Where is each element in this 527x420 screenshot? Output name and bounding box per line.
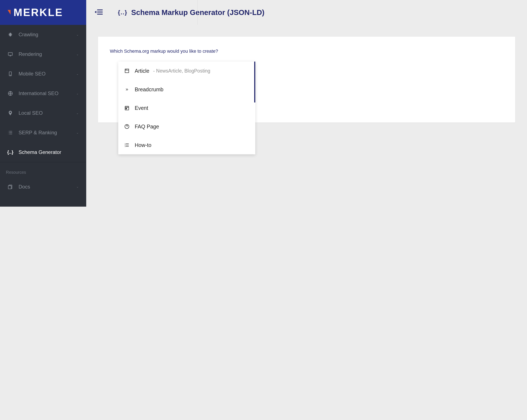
divider [197, 0, 198, 25]
svg-rect-6 [125, 69, 129, 73]
schema-dropdown[interactable]: Article - NewsArticle, BlogPosting » Bre… [118, 62, 255, 154]
sidebar-item-label: Schema Generator [19, 149, 79, 155]
svg-point-2 [10, 75, 11, 75]
braces-icon: {..} [8, 149, 13, 155]
arrows-icon: » [124, 87, 130, 92]
chevron-down-icon: ⌄ [76, 131, 79, 134]
logo-bar: MERKLE [0, 0, 86, 25]
help-icon [124, 124, 130, 129]
svg-rect-5 [8, 186, 11, 189]
svg-rect-0 [8, 53, 12, 55]
option-label: Event [135, 105, 148, 111]
sidebar: MERKLE Crawling ⌄ Rendering ⌄ Mobile SEO… [0, 0, 86, 207]
resources-heading: Resources [0, 162, 86, 179]
sidebar-item-label: SERP & Ranking [19, 130, 76, 136]
page-title: Schema Markup Generator (JSON-LD) [131, 8, 259, 17]
page-title-wrap: {..} Schema Markup Generator (JSON-LD) [118, 8, 259, 17]
option-event[interactable]: Event [118, 99, 255, 117]
logo[interactable]: MERKLE [8, 6, 63, 19]
option-faq-page[interactable]: FAQ Page [118, 117, 255, 136]
list-icon [8, 130, 13, 135]
sidebar-item-label: Docs [19, 184, 76, 190]
sidebar-item-label: Crawling [19, 32, 76, 38]
option-label: Breadcrumb [135, 87, 163, 93]
sidebar-item-schema-generator[interactable]: {..} Schema Generator [0, 143, 86, 162]
chevron-down-icon: ⌄ [76, 33, 79, 36]
sidebar-item-label: Local SEO [19, 110, 76, 116]
sidebar-item-crawling[interactable]: Crawling ⌄ [0, 25, 86, 44]
monitor-icon [8, 51, 13, 57]
braces-icon: {..} [118, 9, 127, 16]
option-howto[interactable]: 123 How-to [118, 136, 255, 154]
svg-rect-8 [126, 108, 127, 109]
option-label: How-to [135, 142, 151, 148]
topbar: {..} Schema Markup Generator (JSON-LD) [86, 0, 259, 25]
sidebar-item-label: Rendering [19, 51, 76, 57]
sidebar-item-mobile-seo[interactable]: Mobile SEO ⌄ [0, 64, 86, 84]
option-subtext: - NewsArticle, BlogPosting [153, 68, 210, 74]
bug-icon [8, 32, 13, 37]
option-label: Article [135, 68, 149, 74]
steps-icon: 123 [124, 142, 130, 148]
sidebar-item-rendering[interactable]: Rendering ⌄ [0, 44, 86, 64]
chevron-down-icon: ⌄ [76, 53, 79, 56]
option-breadcrumb[interactable]: » Breadcrumb [118, 80, 255, 99]
nav: Crawling ⌄ Rendering ⌄ Mobile SEO ⌄ Inte… [0, 25, 86, 207]
sidebar-item-serp-ranking[interactable]: SERP & Ranking ⌄ [0, 123, 86, 143]
sidebar-item-label: International SEO [19, 90, 76, 96]
mobile-icon [8, 71, 13, 77]
schema-select-card: Which Schema.org markup would you like t… [98, 37, 259, 122]
chevron-down-icon: ⌄ [76, 185, 79, 188]
calendar-icon [124, 105, 130, 111]
sidebar-item-international-seo[interactable]: International SEO ⌄ [0, 84, 86, 103]
logo-text: MERKLE [13, 6, 63, 19]
globe-icon [8, 91, 13, 96]
option-article[interactable]: Article - NewsArticle, BlogPosting [118, 62, 255, 80]
chevron-down-icon: ⌄ [76, 72, 79, 76]
main-content: Which Schema.org markup would you like t… [86, 25, 259, 207]
docs-icon [8, 184, 13, 189]
option-label: FAQ Page [135, 123, 159, 130]
sidebar-item-label: Mobile SEO [19, 71, 76, 77]
sidebar-item-docs[interactable]: Docs ⌄ [0, 179, 86, 194]
prompt-text: Which Schema.org markup would you like t… [110, 48, 259, 54]
collapse-icon [94, 9, 103, 16]
collapse-sidebar-button[interactable] [86, 0, 111, 25]
chevron-down-icon: ⌄ [76, 92, 79, 95]
scrollbar[interactable] [254, 62, 255, 102]
article-icon [124, 68, 130, 74]
pin-icon [8, 110, 13, 116]
chevron-down-icon: ⌄ [76, 111, 79, 115]
sidebar-item-local-seo[interactable]: Local SEO ⌄ [0, 103, 86, 123]
svg-text:3: 3 [125, 145, 125, 147]
